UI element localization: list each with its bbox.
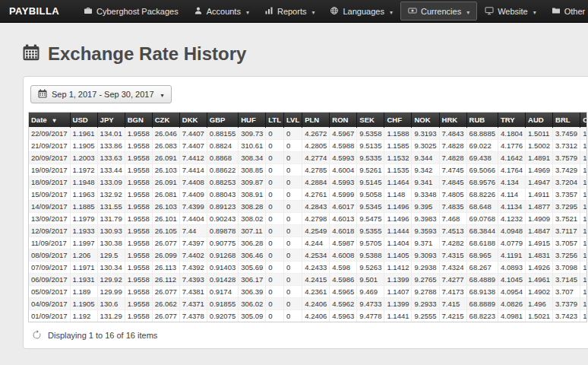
rate-cell: 1.1412 [384,262,412,274]
chevron-down-icon [465,7,469,16]
rate-cell: 68.4889 [466,274,498,286]
column-header-bgn[interactable]: BGN [125,113,152,128]
rate-cell: 4.5999 [330,189,357,201]
rate-cell: 7.415 [439,298,466,310]
column-header-huf[interactable]: HUF [239,113,266,128]
column-header-ron[interactable]: RON [330,113,357,128]
column-label: CAD [583,116,587,124]
rate-cell: 0.8824 [207,140,238,152]
top-navbar: PAYBILLA Cyberghost Packages Accounts Re… [0,0,588,23]
column-header-usd[interactable]: USD [70,113,97,128]
column-header-try[interactable]: TRY [498,113,525,128]
rate-cell: 7.4393 [179,274,207,286]
rate-cell: 4.1642 [498,152,525,164]
rate-cell: 1.4909 [526,213,553,225]
rate-cell: 3.7579 [553,152,580,164]
column-header-brl[interactable]: BRL [553,113,580,128]
nav-item-other[interactable]: Other [544,0,588,22]
rate-cell: 9.371 [412,237,439,249]
date-cell: 21/09/2017 [29,140,70,152]
nav-item-reports[interactable]: Reports [257,0,323,22]
rate-cell: 7.4828 [439,152,466,164]
rate-cell: 3.7057 [553,237,580,249]
rate-cell: 308.85 [239,164,266,176]
nav-item-currencies[interactable]: Currencies [400,2,477,21]
nav-item-languages[interactable]: Languages [322,0,400,22]
column-header-ltl[interactable]: LTL [266,113,284,128]
rate-cell: 9.3983 [412,213,439,225]
rate-cell: 9.4733 [357,298,384,310]
column-header-date[interactable]: Date [29,113,70,128]
rate-cell: 4.5967 [330,128,357,140]
rate-cell: 1.1441 [384,310,412,322]
column-header-hrk[interactable]: HRK [439,113,466,128]
rate-cell: 69.5066 [466,164,498,176]
column-header-dkk[interactable]: DKK [179,113,207,128]
nav-item-cyberghost-packages[interactable]: Cyberghost Packages [76,0,186,22]
column-label: LVL [286,116,299,124]
rate-cell: 4.2672 [302,128,330,140]
column-header-lvl[interactable]: LVL [283,113,302,128]
rate-cell: 3.7145 [553,274,580,286]
rate-cell: 0.91268 [207,249,238,262]
rate-cell: 68.267 [466,262,498,274]
rate-cell: 1.192 [70,310,97,322]
page-header: Exchange Rate History [23,43,588,65]
rate-cell: 0 [283,140,302,152]
column-header-czk[interactable]: CZK [152,113,179,128]
rate-cell: 1.4569 [580,189,587,201]
date-range-button[interactable]: Sep 1, 2017 - Sep 30, 2017 [30,85,172,103]
rate-cell: 308.34 [239,152,266,164]
rate-cell: 7.4173 [439,286,466,298]
date-cell: 01/09/2017 [29,310,70,322]
column-label: CHF [387,116,402,124]
column-header-pln[interactable]: PLN [302,113,330,128]
column-header-rub[interactable]: RUB [466,113,498,128]
rate-cell: 0 [283,152,302,164]
rate-cell: 4.6004 [330,164,357,176]
rate-cell: 9.469 [357,286,384,298]
rate-cell: 130.6 [97,298,125,310]
brand-logo[interactable]: PAYBILLA [0,0,68,22]
page-title: Exchange Rate History [48,43,246,65]
packages-icon [84,6,93,17]
rate-cell: 1.1905 [70,140,97,152]
column-header-cad[interactable]: CAD [580,113,587,128]
rate-cell: 9.341 [412,176,439,189]
rate-cell: 1.4742 [580,298,587,310]
rate-cell: 7.4404 [179,213,207,225]
rate-cell: 1.1535 [384,164,412,176]
currency-icon [408,6,417,17]
rate-cell: 1.4475 [580,201,587,213]
column-header-gbp[interactable]: GBP [207,113,238,128]
rate-cell: 7.4745 [439,164,466,176]
rate-cell: 0.89123 [207,201,238,213]
rate-cell: 1.1931 [70,274,97,286]
rate-cell: 7.4513 [439,225,466,237]
rate-cell: 3.7521 [553,213,580,225]
nav-item-accounts[interactable]: Accounts [186,0,257,22]
column-header-sek[interactable]: SEK [357,113,384,128]
rate-cell: 69.0768 [466,213,498,225]
column-header-chf[interactable]: CHF [384,113,412,128]
rate-cell: 1.4702 [580,140,587,152]
rate-cell: 7.4412 [179,152,207,164]
column-header-jpy[interactable]: JPY [97,113,125,128]
rate-cell: 3.7429 [553,164,580,176]
table-row: 19/09/20171.1972133.441.955826.1037.4414… [29,164,587,176]
column-header-aud[interactable]: AUD [526,113,553,128]
rate-cell: 7.4392 [179,262,207,274]
rate-cell: 4.1776 [498,140,525,152]
rate-cell: 1.9558 [125,140,152,152]
rate-cell: 7.4828 [439,140,466,152]
rate-cell: 0.89878 [207,225,238,237]
nav-item-website[interactable]: Website [477,0,544,22]
rate-cell: 1.4708 [580,249,587,262]
rate-cell: 1.4891 [526,152,553,164]
rate-cell: 1.1979 [70,213,97,225]
rate-cell: 4.0779 [498,237,525,249]
refresh-icon[interactable] [32,330,42,340]
column-header-nok[interactable]: NOK [412,113,439,128]
rate-cell: 0.91428 [207,274,238,286]
rate-cell: 130.34 [97,262,125,274]
